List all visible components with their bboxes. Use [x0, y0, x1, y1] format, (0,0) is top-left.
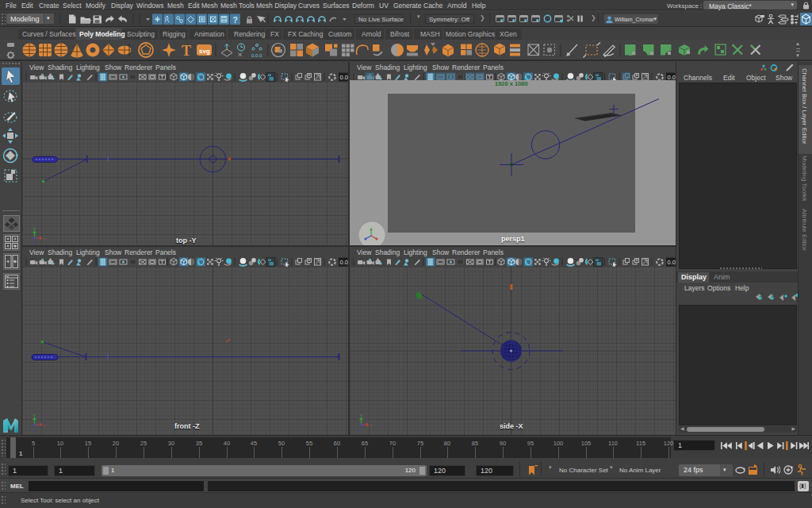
svg-text:persp1: persp1	[501, 235, 525, 243]
svg-text:front -Z: front -Z	[174, 422, 200, 430]
svg-text:?: ?	[233, 15, 238, 25]
svg-text:side -X: side -X	[500, 422, 523, 430]
svg-text:0.0.0: 0.0.0	[251, 53, 262, 58]
svg-text:1920 x 1080: 1920 x 1080	[495, 80, 528, 87]
svg-text:svg: svg	[199, 48, 210, 55]
svg-text:top -Y: top -Y	[176, 237, 197, 244]
svg-text:T: T	[182, 43, 191, 59]
